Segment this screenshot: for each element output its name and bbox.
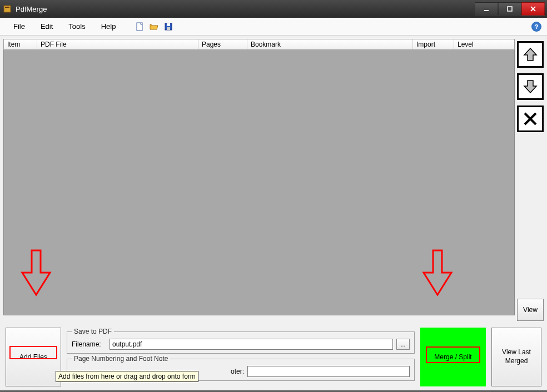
add-files-button[interactable]: Add Files — [6, 328, 61, 386]
save-disk-icon[interactable] — [163, 22, 173, 32]
x-icon — [522, 110, 539, 127]
move-down-button[interactable] — [517, 73, 544, 100]
footer-label-suffix: oter: — [231, 368, 244, 375]
list-header: Item PDF File Pages Bookmark Import Leve… — [3, 39, 515, 50]
app-icon — [2, 4, 12, 14]
view-last-label: View Last Merged — [492, 348, 541, 365]
merge-split-label: Merge / Split — [434, 353, 471, 361]
minimize-button[interactable] — [475, 2, 498, 16]
footer-input[interactable] — [247, 366, 410, 377]
maximize-button[interactable] — [498, 2, 521, 16]
menu-file[interactable]: File — [6, 20, 33, 33]
open-folder-icon[interactable] — [149, 22, 159, 32]
svg-rect-4 — [137, 23, 142, 31]
page-numbering-legend: Page Numbering and Foot Note — [72, 355, 170, 363]
close-button[interactable] — [521, 2, 545, 16]
menu-help[interactable]: Help — [93, 20, 124, 33]
list-body[interactable] — [3, 50, 515, 315]
col-level[interactable]: Level — [454, 39, 514, 49]
save-legend: Save to PDF — [72, 328, 114, 335]
col-item[interactable]: Item — [4, 39, 37, 49]
window-title: PdfMerge — [16, 5, 475, 13]
menu-edit[interactable]: Edit — [33, 20, 61, 33]
move-up-button[interactable] — [517, 41, 544, 68]
tooltip-add-files: Add files from here or drag and drop ont… — [56, 371, 198, 382]
menubar: File Edit Tools Help ? — [0, 18, 547, 36]
svg-rect-7 — [167, 27, 170, 30]
svg-rect-3 — [508, 7, 512, 11]
svg-rect-0 — [4, 6, 11, 12]
window-controls — [475, 2, 545, 16]
view-last-merged-button[interactable]: View Last Merged — [491, 328, 541, 386]
col-import[interactable]: Import — [413, 39, 454, 49]
svg-rect-1 — [5, 7, 9, 8]
merge-split-button[interactable]: Merge / Split — [420, 328, 486, 386]
new-file-icon[interactable] — [135, 22, 145, 32]
annotation-arrow-right — [421, 248, 454, 298]
svg-rect-2 — [484, 10, 489, 11]
svg-rect-6 — [167, 23, 170, 26]
filename-input[interactable] — [110, 339, 393, 350]
arrow-down-icon — [522, 78, 539, 95]
help-icon[interactable]: ? — [531, 22, 541, 32]
view-button[interactable]: View — [517, 299, 544, 321]
add-files-label: Add Files — [19, 353, 47, 361]
col-pages[interactable]: Pages — [198, 39, 247, 49]
arrow-up-icon — [522, 46, 539, 63]
filename-label: Filename: — [72, 340, 106, 348]
view-button-label: View — [523, 306, 538, 314]
browse-button[interactable]: ... — [396, 339, 410, 350]
col-pdf-file[interactable]: PDF File — [37, 39, 198, 49]
annotation-arrow-left — [19, 248, 53, 298]
titlebar: PdfMerge — [0, 0, 547, 18]
col-bookmark[interactable]: Bookmark — [247, 39, 413, 49]
window-border-bottom — [0, 390, 547, 392]
delete-button[interactable] — [517, 105, 544, 132]
file-list: Item PDF File Pages Bookmark Import Leve… — [3, 39, 515, 321]
menu-tools[interactable]: Tools — [61, 20, 93, 33]
save-to-pdf-group: Save to PDF Filename: ... — [67, 328, 415, 354]
